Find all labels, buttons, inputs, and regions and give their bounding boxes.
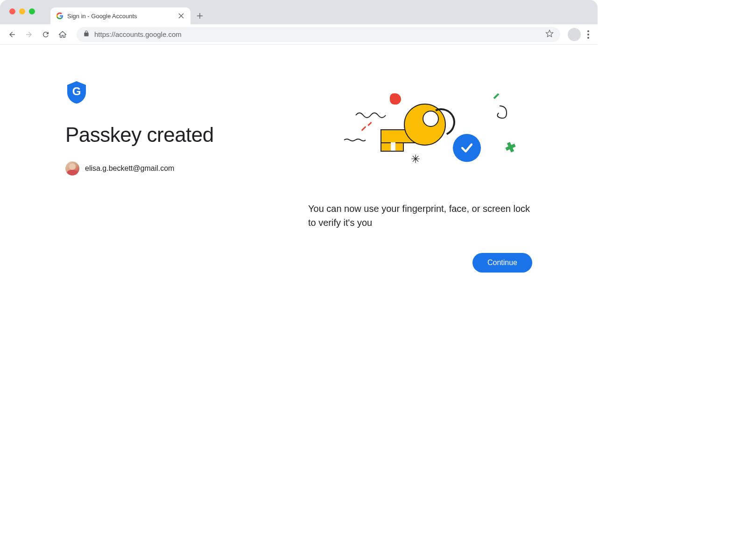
action-row: Continue [308, 253, 532, 273]
user-avatar [65, 161, 79, 175]
reload-button[interactable] [39, 28, 52, 41]
page-content: G Passkey created elisa.g.beckett@gmail.… [0, 45, 598, 273]
checkmark-icon [453, 134, 481, 162]
svg-text:G: G [72, 85, 81, 98]
browser-menu-button[interactable] [585, 28, 592, 42]
browser-tab[interactable]: Sign in - Google Accounts [50, 7, 190, 24]
new-tab-button[interactable] [195, 11, 204, 21]
account-email: elisa.g.beckett@gmail.com [85, 164, 174, 173]
description-text: You can now use your fingerprint, face, … [308, 202, 532, 230]
lock-icon [83, 30, 90, 38]
forward-button[interactable] [22, 28, 35, 41]
window-controls [9, 8, 35, 14]
address-bar[interactable]: https://accounts.google.com [77, 27, 560, 42]
window-maximize-button[interactable] [29, 8, 35, 14]
google-favicon-icon [56, 12, 63, 20]
passkey-illustration: ✖ ✳ [308, 90, 532, 183]
left-column: G Passkey created elisa.g.beckett@gmail.… [65, 80, 280, 273]
tab-title: Sign in - Google Accounts [67, 13, 137, 20]
browser-tab-strip: Sign in - Google Accounts [0, 0, 598, 24]
account-chip[interactable]: elisa.g.beckett@gmail.com [65, 161, 280, 175]
window-close-button[interactable] [9, 8, 15, 14]
bookmark-star-icon[interactable] [545, 29, 554, 39]
google-shield-icon: G [65, 80, 88, 105]
home-button[interactable] [56, 28, 69, 41]
back-button[interactable] [6, 28, 19, 41]
right-column: ✖ ✳ You can now use your fingerprint, fa… [308, 80, 532, 273]
browser-toolbar: https://accounts.google.com [0, 24, 598, 45]
profile-avatar[interactable] [568, 28, 581, 41]
page-heading: Passkey created [65, 123, 280, 147]
tab-close-icon[interactable] [177, 12, 185, 20]
continue-button[interactable]: Continue [472, 253, 532, 273]
window-minimize-button[interactable] [19, 8, 25, 14]
url-text: https://accounts.google.com [94, 30, 182, 38]
